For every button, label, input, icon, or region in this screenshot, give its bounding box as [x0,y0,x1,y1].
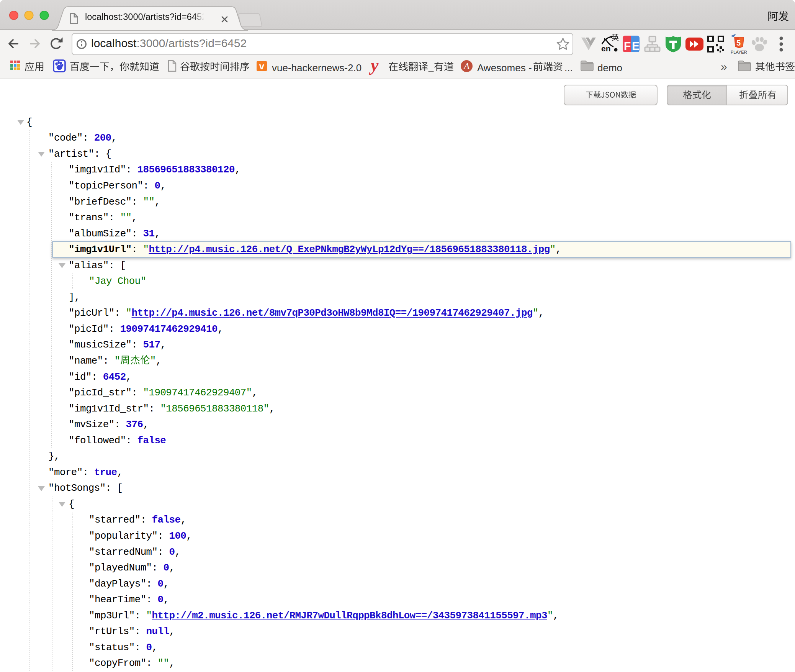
svg-text:PLAYER: PLAYER [731,50,747,54]
svg-text:en: en [601,44,611,53]
svg-text:E: E [632,39,640,52]
svg-text:F: F [624,39,631,52]
svg-text:5: 5 [736,39,741,47]
